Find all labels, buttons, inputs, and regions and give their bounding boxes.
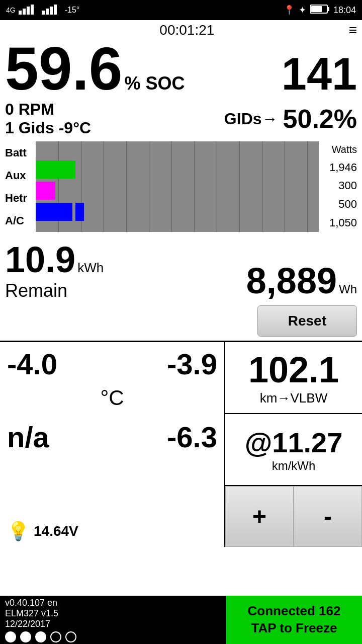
footer-date: 12/22/2017 xyxy=(5,619,221,629)
svg-rect-4 xyxy=(42,11,45,15)
watts-aux: 300 xyxy=(322,179,357,192)
menu-icon[interactable]: ≡ xyxy=(349,22,357,38)
minus-button[interactable]: - xyxy=(294,486,362,547)
signal-bars xyxy=(19,4,39,17)
temp-row2: n/a -6.3 xyxy=(7,420,217,454)
temp1: -4.0 xyxy=(7,347,57,381)
kwh-remain: 10.9 kWh Remain xyxy=(5,239,104,301)
energy-row: 10.9 kWh Remain 8,889 Wh xyxy=(0,234,362,301)
rpm-gids-left: 0 RPM 1 Gids -9°C xyxy=(5,100,91,137)
gids-label: GIDs→ xyxy=(224,110,278,128)
kwh-unit: kWh xyxy=(77,260,104,276)
footer-right[interactable]: Connected 162TAP to Freeze xyxy=(226,596,362,644)
battery-icon xyxy=(310,4,329,17)
km-kwh-value: @11.27 xyxy=(245,426,343,459)
right-panel: 102.1 km→VLBW @11.27 km/kWh + - xyxy=(225,342,362,547)
svg-rect-6 xyxy=(50,7,53,15)
watts-hetr: 500 xyxy=(322,198,357,211)
svg-rect-3 xyxy=(31,5,34,15)
dot-5 xyxy=(65,631,76,642)
bottom-section: -4.0 -3.9 °C n/a -6.3 💡 14.64V 102.1 km→… xyxy=(0,341,362,547)
kwh-value: 10.9 xyxy=(5,239,75,280)
svg-rect-9 xyxy=(327,7,329,11)
temp-indicator: -15° xyxy=(65,6,80,15)
rpm-row: 0 RPM 1 Gids -9°C GIDs→ 50.2% xyxy=(0,100,362,137)
chart-section: Batt Aux Hetr A/C Watts 1,946 300 500 1,… xyxy=(0,137,362,234)
footer-elm: ELM327 v1.5 xyxy=(5,608,221,619)
km-vlbw-box: 102.1 km→VLBW xyxy=(225,342,362,414)
chart-label-aux: Aux xyxy=(5,169,33,182)
watts-label: Watts xyxy=(322,144,357,155)
signal-icon: 4G xyxy=(6,6,16,14)
watts-ac: 1,050 xyxy=(322,216,357,229)
temp3: n/a xyxy=(7,420,49,454)
wh-right: 8,889 Wh xyxy=(246,260,357,301)
reset-row: Reset xyxy=(0,301,362,341)
dot-4 xyxy=(50,631,61,642)
gids-right: GIDs→ 50.2% xyxy=(224,104,357,134)
dot-2 xyxy=(20,631,31,642)
soc-row: 59.6 % SOC 141 xyxy=(0,38,362,100)
status-bar: 4G -15° 📍 ✦ xyxy=(0,0,362,20)
svg-rect-10 xyxy=(311,6,322,12)
rpm-text: 0 RPM xyxy=(5,100,91,119)
gids-text: 1 Gids -9°C xyxy=(5,119,91,137)
voltage-value: 14.64V xyxy=(34,523,78,539)
km-unit: km→VLBW xyxy=(260,390,327,406)
remain-label: Remain xyxy=(5,280,104,301)
footer: v0.40.107 en ELM327 v1.5 12/22/2017 Conn… xyxy=(0,596,362,644)
wh-value: 8,889 xyxy=(246,260,337,301)
km-value: 102.1 xyxy=(248,349,339,390)
svg-rect-1 xyxy=(23,9,26,15)
svg-rect-2 xyxy=(27,7,30,15)
status-bar-left: 4G -15° xyxy=(6,4,79,17)
temp4: -6.3 xyxy=(167,420,217,454)
signal-bars2 xyxy=(42,4,62,17)
svg-rect-0 xyxy=(19,11,22,15)
footer-version: v0.40.107 en xyxy=(5,598,221,608)
temp-row: -4.0 -3.9 xyxy=(7,347,217,381)
svg-rect-7 xyxy=(54,5,57,15)
deg-c: °C xyxy=(7,386,217,410)
km-kwh-unit: km/kWh xyxy=(272,459,316,473)
chart-label-hetr: Hetr xyxy=(5,192,33,205)
temp2: -3.9 xyxy=(167,347,217,381)
bulb-icon: 💡 xyxy=(7,521,30,542)
soc-number: 141 xyxy=(282,48,357,100)
left-panel: -4.0 -3.9 °C n/a -6.3 💡 14.64V xyxy=(0,342,225,547)
footer-connected-text: Connected 162TAP to Freeze xyxy=(248,603,341,637)
location-icon: 📍 xyxy=(284,5,295,16)
watts-batt: 1,946 xyxy=(322,161,357,174)
chart-watts: Watts 1,946 300 500 1,050 xyxy=(322,141,357,232)
gids-pct: 50.2% xyxy=(283,104,357,134)
chart-label-ac: A/C xyxy=(5,214,33,227)
chart-labels: Batt Aux Hetr A/C xyxy=(5,141,33,232)
chart-area xyxy=(36,141,319,232)
soc-unit: % SOC xyxy=(125,73,185,94)
voltage-row: 💡 14.64V xyxy=(7,521,217,542)
dot-1 xyxy=(5,631,16,642)
km-kwh-box: @11.27 km/kWh xyxy=(225,414,362,486)
time-display: 18:04 xyxy=(333,5,356,16)
dot-3 xyxy=(35,631,46,642)
plus-button[interactable]: + xyxy=(225,486,294,547)
chart-label-batt: Batt xyxy=(5,146,33,159)
soc-value: 59.6 xyxy=(5,38,123,99)
bluetooth-icon: ✦ xyxy=(299,5,306,16)
footer-dots xyxy=(5,631,221,642)
plus-minus-row: + - xyxy=(225,486,362,547)
wh-unit: Wh xyxy=(339,282,357,296)
status-bar-right: 📍 ✦ 18:04 xyxy=(284,4,356,17)
reset-button[interactable]: Reset xyxy=(257,305,357,337)
svg-rect-5 xyxy=(46,9,49,15)
footer-left: v0.40.107 en ELM327 v1.5 12/22/2017 xyxy=(0,596,226,644)
